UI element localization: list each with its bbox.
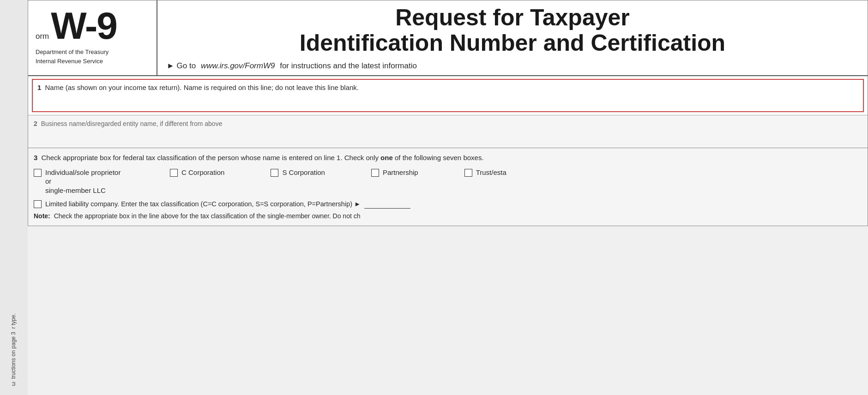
- checkbox-s-corp-label: S Corporation: [282, 168, 325, 177]
- checkbox-c-corp-box[interactable]: [170, 169, 178, 177]
- checkbox-c-corp-label: C Corporation: [181, 168, 224, 177]
- checkbox-individual-box[interactable]: [34, 169, 42, 177]
- checkbox-trust: Trust/esta: [464, 168, 506, 177]
- field2-label: 2 Business name/disregarded entity name,…: [32, 118, 864, 129]
- header-right: Request for Taxpayer Identification Numb…: [157, 0, 868, 75]
- side-text-2: tructions on page 3: [10, 332, 18, 379]
- field1-text: Name (as shown on your income tax return…: [45, 84, 359, 91]
- dept-info: Department of the Treasury Internal Reve…: [36, 48, 149, 66]
- side-text-3: ω: [10, 382, 18, 386]
- checkbox-row: Individual/sole proprietor or single-mem…: [34, 168, 862, 195]
- field1-wrapper: 1 Name (as shown on your income tax retu…: [28, 76, 868, 115]
- field2-wrapper: 2 Business name/disregarded entity name,…: [28, 115, 868, 148]
- checkbox-llc-box[interactable]: [34, 200, 42, 208]
- checkbox-individual: Individual/sole proprietor or single-mem…: [34, 168, 124, 195]
- checkbox-s-corp: S Corporation: [271, 168, 325, 177]
- checkbox-trust-box[interactable]: [464, 169, 472, 177]
- form-word: orm: [36, 32, 49, 41]
- main-content: orm W-9 Department of the Treasury Inter…: [28, 0, 868, 395]
- field1-highlighted[interactable]: 1 Name (as shown on your income tax retu…: [32, 79, 864, 112]
- page-wrapper: r type. tructions on page 3 ω orm W-9 De…: [0, 0, 868, 395]
- side-panel: r type. tructions on page 3 ω: [0, 0, 28, 395]
- form-w9: orm W-9 Department of the Treasury Inter…: [28, 0, 868, 226]
- note-bold: Note:: [34, 212, 50, 220]
- note-row: Note: Check the appropriate box in the l…: [34, 211, 862, 221]
- field3-section: 3 Check appropriate box for federal tax …: [28, 148, 868, 226]
- note-text: Check the appropriate box in the line ab…: [54, 212, 361, 220]
- side-text-1: r type.: [10, 313, 18, 329]
- checkbox-individual-label: Individual/sole proprietor or single-mem…: [45, 168, 124, 195]
- irs-link: ► Go to www.irs.gov/FormW9 for instructi…: [167, 61, 858, 71]
- header-left: orm W-9 Department of the Treasury Inter…: [28, 0, 157, 75]
- llc-label: Limited liability company. Enter the tax…: [45, 199, 410, 209]
- llc-row: Limited liability company. Enter the tax…: [34, 199, 862, 209]
- checkbox-partnership-label: Partnership: [383, 168, 418, 177]
- title-line2: Identification Number and Certification: [167, 30, 858, 56]
- field3-number: 3: [34, 154, 37, 162]
- checkbox-s-corp-box[interactable]: [271, 169, 278, 177]
- checkbox-trust-label: Trust/esta: [476, 168, 506, 177]
- form-body: 1 Name (as shown on your income tax retu…: [28, 76, 868, 226]
- field3-text-end: of the following seven boxes.: [395, 154, 484, 162]
- form-header: orm W-9 Department of the Treasury Inter…: [28, 0, 868, 76]
- field1-number: 1: [37, 84, 41, 91]
- field2-number: 2: [34, 120, 37, 127]
- field3-label: 3 Check appropriate box for federal tax …: [34, 153, 862, 163]
- checkbox-partnership-box[interactable]: [371, 169, 379, 177]
- field2-text: Business name/disregarded entity name, i…: [41, 120, 223, 127]
- checkbox-c-corp: C Corporation: [170, 168, 224, 177]
- field1-label: 1 Name (as shown on your income tax retu…: [37, 84, 858, 91]
- field3-text-start: Check appropriate box for federal tax cl…: [42, 154, 379, 162]
- form-id: W-9: [51, 7, 117, 45]
- field3-text-bold: one: [380, 154, 393, 162]
- title-line1: Request for Taxpayer: [167, 5, 858, 30]
- checkbox-partnership: Partnership: [371, 168, 418, 177]
